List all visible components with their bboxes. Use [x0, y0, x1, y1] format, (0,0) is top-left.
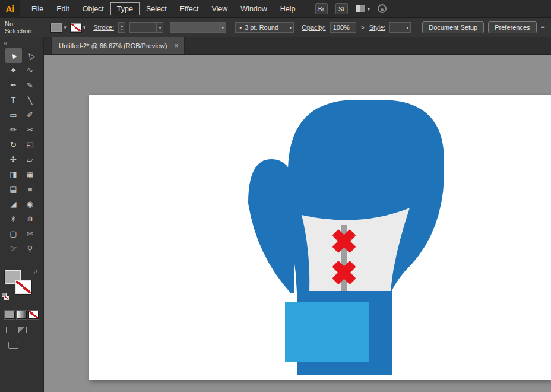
- document-tab[interactable]: Untitled-2* @ 66.67% (RGB/Preview) ×: [51, 37, 185, 54]
- stepper-down-icon: ▾: [121, 27, 123, 31]
- bridge-button[interactable]: Br: [315, 3, 328, 14]
- tool-symbol-sprayer[interactable]: ✳: [5, 211, 22, 226]
- stroke-color-dropdown[interactable]: ▾: [71, 23, 86, 32]
- control-panel-menu-icon[interactable]: ≡: [541, 23, 546, 31]
- stroke-proxy-swatch[interactable]: [15, 280, 31, 294]
- swap-fill-stroke-icon[interactable]: ⇄: [33, 269, 38, 275]
- change-screen-mode-icon[interactable]: [8, 342, 18, 349]
- gradient-button[interactable]: [17, 311, 27, 319]
- opacity-input[interactable]: 100%: [330, 22, 356, 33]
- draw-behind-icon[interactable]: [18, 327, 27, 333]
- menu-help[interactable]: Help: [274, 2, 302, 15]
- tool-line-segment[interactable]: ╲: [22, 93, 39, 108]
- document-setup-button[interactable]: Document Setup: [422, 21, 484, 33]
- chevron-down-icon: ▾: [156, 23, 163, 32]
- preferences-button[interactable]: Preferences: [488, 21, 536, 33]
- tool-shaper[interactable]: ✏: [5, 122, 22, 137]
- wrist-band-shape[interactable]: [285, 302, 369, 362]
- opacity-label[interactable]: Opacity:: [302, 24, 325, 31]
- slice-tool-icon: ✄: [27, 230, 33, 238]
- chevron-down-icon: ▾: [287, 23, 293, 32]
- tool-zoom[interactable]: ⚲: [22, 241, 39, 256]
- type-tool-icon: T: [11, 96, 16, 104]
- stroke-weight-dropdown[interactable]: ▾: [129, 22, 163, 33]
- selection-status: No Selection: [5, 20, 40, 34]
- chevron-down-icon: ▾: [64, 24, 66, 30]
- artboard[interactable]: [89, 95, 551, 380]
- menubar-right: Br St ▾: [315, 3, 387, 14]
- tool-magic-wand[interactable]: ✦: [5, 63, 22, 78]
- tool-perspective-grid[interactable]: ▦: [22, 167, 39, 182]
- tool-scissors[interactable]: ✂: [22, 122, 39, 137]
- menu-select[interactable]: Select: [140, 2, 173, 15]
- shape-builder-tool-icon: ◨: [10, 170, 17, 178]
- tool-curvature[interactable]: ✎: [22, 78, 39, 93]
- menu-window[interactable]: Window: [234, 2, 273, 15]
- menu-view[interactable]: View: [205, 2, 234, 15]
- none-button[interactable]: [28, 311, 39, 319]
- draw-normal-icon[interactable]: [6, 327, 14, 333]
- fill-color-dropdown[interactable]: ▾: [51, 23, 66, 32]
- tool-artboard[interactable]: ▢: [5, 226, 22, 241]
- tool-shape-builder[interactable]: ◨: [5, 167, 22, 182]
- tool-rectangle[interactable]: ▭: [5, 108, 22, 122]
- brush-definition-dropdown[interactable]: • 3 pt. Round ▾: [235, 22, 294, 33]
- menu-effect[interactable]: Effect: [173, 2, 205, 15]
- tool-hand[interactable]: ☞: [5, 241, 22, 256]
- default-fill-stroke-icon[interactable]: [2, 293, 10, 301]
- tool-type[interactable]: T: [5, 93, 22, 108]
- menubar: Ai File Edit Object Type Select Effect V…: [0, 0, 551, 18]
- menu-object[interactable]: Object: [76, 2, 110, 15]
- tools-panel: « ▲ △ ✦ ∿ ✒ ✎ T ╲ ▭ ✐ ✏ ✂ ↻ ◱ ✣ ▱ ◨ ▦ ▤ …: [0, 37, 44, 392]
- tool-gradient[interactable]: ■: [22, 182, 39, 197]
- chevron-down-icon: ▾: [404, 23, 410, 32]
- stroke-none-swatch-icon: [71, 23, 81, 32]
- opacity-panel-arrow-icon[interactable]: >: [360, 24, 365, 31]
- tool-selection[interactable]: ▲: [5, 48, 22, 63]
- tool-column-graph[interactable]: ılı: [22, 211, 39, 226]
- tool-lasso[interactable]: ∿: [22, 63, 39, 78]
- tool-free-transform[interactable]: ▱: [22, 152, 39, 167]
- chevron-down-icon: ▾: [83, 24, 86, 30]
- canvas-area[interactable]: [44, 55, 551, 392]
- workspace-switcher[interactable]: ▾: [356, 5, 370, 12]
- zoom-tool-icon: ⚲: [27, 245, 33, 252]
- control-bar: No Selection ▾ ▾ Stroke: ▴ ▾ ▾ ▾ • 3 pt.…: [0, 18, 551, 37]
- glove-thumb-shape[interactable]: [248, 159, 294, 293]
- tool-pen[interactable]: ✒: [5, 78, 22, 93]
- tool-direct-selection[interactable]: △: [22, 48, 39, 63]
- stroke-label[interactable]: Stroke:: [93, 24, 114, 31]
- brush-bullet-icon: •: [239, 24, 242, 31]
- tool-slice[interactable]: ✄: [22, 226, 39, 241]
- eyedropper-tool-icon: ◢: [11, 200, 17, 208]
- blend-tool-icon: ◉: [27, 200, 33, 208]
- gradient-tool-icon: ■: [28, 186, 32, 193]
- menu-file[interactable]: File: [25, 2, 50, 15]
- tool-mesh[interactable]: ▤: [5, 182, 22, 197]
- color-button[interactable]: [5, 311, 15, 319]
- style-label[interactable]: Style:: [369, 24, 386, 31]
- tool-eyedropper[interactable]: ◢: [5, 197, 22, 211]
- tool-grid: ▲ △ ✦ ∿ ✒ ✎ T ╲ ▭ ✐ ✏ ✂ ↻ ◱ ✣ ▱ ◨ ▦ ▤ ■ …: [0, 48, 43, 256]
- tool-width[interactable]: ✣: [5, 152, 22, 167]
- menu-type[interactable]: Type: [110, 2, 140, 15]
- symbol-sprayer-tool-icon: ✳: [10, 215, 17, 223]
- tool-scale[interactable]: ◱: [22, 137, 39, 152]
- hand-tool-icon: ☞: [10, 245, 17, 252]
- style-dropdown[interactable]: ▾: [390, 22, 411, 33]
- stock-button[interactable]: St: [335, 3, 348, 14]
- menu-edit[interactable]: Edit: [50, 2, 76, 15]
- pen-tool-icon: ✒: [10, 81, 17, 89]
- stroke-weight-stepper[interactable]: ▴ ▾: [118, 22, 125, 33]
- cc-sync-icon[interactable]: [378, 4, 387, 13]
- artboard-tool-icon: ▢: [10, 230, 17, 238]
- tool-paintbrush[interactable]: ✐: [22, 108, 39, 122]
- collapse-panel-icon[interactable]: «: [4, 39, 7, 46]
- selection-tool-icon: ▲: [8, 50, 18, 61]
- close-icon[interactable]: ×: [174, 42, 178, 50]
- direct-selection-tool-icon: △: [26, 50, 35, 60]
- tool-blend[interactable]: ◉: [22, 197, 39, 211]
- chevron-down-icon: ▾: [219, 23, 226, 32]
- illustrator-logo: Ai: [0, 0, 20, 18]
- tool-rotate[interactable]: ↻: [5, 137, 22, 152]
